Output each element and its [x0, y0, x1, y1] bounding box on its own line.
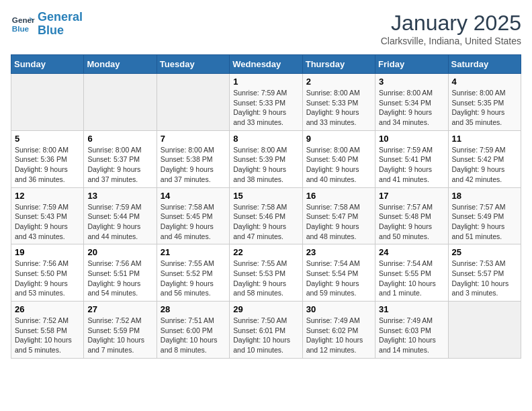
day-info: Sunrise: 7:59 AMSunset: 5:41 PMDaylight:…: [379, 145, 444, 185]
day-info: Sunrise: 7:51 AMSunset: 6:00 PMDaylight:…: [161, 316, 226, 355]
day-info: Sunrise: 7:54 AMSunset: 5:55 PMDaylight:…: [379, 259, 444, 298]
day-number: 3: [379, 77, 444, 87]
day-number: 2: [306, 77, 371, 87]
weekday-header-saturday: Saturday: [448, 55, 521, 74]
day-number: 20: [87, 247, 152, 257]
day-number: 27: [87, 304, 152, 314]
day-number: 22: [233, 247, 298, 257]
day-info: Sunrise: 8:00 AMSunset: 5:39 PMDaylight:…: [233, 145, 298, 185]
calendar-cell: 25Sunrise: 7:53 AMSunset: 5:57 PMDayligh…: [448, 244, 521, 302]
calendar-table: SundayMondayTuesdayWednesdayThursdayFrid…: [11, 54, 521, 359]
day-number: 28: [161, 304, 226, 314]
calendar-week-row: 1Sunrise: 7:59 AMSunset: 5:33 PMDaylight…: [11, 74, 521, 131]
day-number: 25: [452, 247, 517, 257]
weekday-header-wednesday: Wednesday: [230, 55, 302, 74]
day-info: Sunrise: 7:49 AMSunset: 6:03 PMDaylight:…: [379, 316, 444, 355]
day-number: 19: [15, 247, 80, 257]
day-info: Sunrise: 7:59 AMSunset: 5:43 PMDaylight:…: [15, 202, 80, 242]
day-number: 12: [15, 191, 80, 201]
day-info: Sunrise: 7:56 AMSunset: 5:51 PMDaylight:…: [87, 259, 152, 298]
calendar-cell: 20Sunrise: 7:56 AMSunset: 5:51 PMDayligh…: [84, 244, 157, 302]
weekday-header-friday: Friday: [375, 55, 448, 74]
calendar-week-row: 19Sunrise: 7:56 AMSunset: 5:50 PMDayligh…: [11, 244, 521, 302]
calendar-cell: 28Sunrise: 7:51 AMSunset: 6:00 PMDayligh…: [157, 302, 229, 359]
calendar-cell: 19Sunrise: 7:56 AMSunset: 5:50 PMDayligh…: [11, 244, 84, 302]
day-number: 31: [379, 304, 444, 314]
day-number: 15: [233, 191, 298, 201]
calendar-cell: 4Sunrise: 8:00 AMSunset: 5:35 PMDaylight…: [448, 74, 521, 131]
calendar-header: SundayMondayTuesdayWednesdayThursdayFrid…: [11, 55, 521, 74]
day-number: 5: [15, 134, 80, 144]
logo-icon: General Blue: [11, 12, 35, 36]
calendar-cell: 11Sunrise: 7:59 AMSunset: 5:42 PMDayligh…: [448, 130, 521, 187]
calendar-cell: 12Sunrise: 7:59 AMSunset: 5:43 PMDayligh…: [11, 187, 84, 244]
day-info: Sunrise: 8:00 AMSunset: 5:36 PMDaylight:…: [15, 145, 80, 185]
day-info: Sunrise: 7:59 AMSunset: 5:33 PMDaylight:…: [233, 88, 298, 128]
day-info: Sunrise: 7:54 AMSunset: 5:54 PMDaylight:…: [306, 259, 371, 298]
svg-text:General: General: [12, 15, 35, 24]
calendar-cell: 1Sunrise: 7:59 AMSunset: 5:33 PMDaylight…: [230, 74, 302, 131]
calendar-week-row: 5Sunrise: 8:00 AMSunset: 5:36 PMDaylight…: [11, 130, 521, 187]
calendar-cell: 13Sunrise: 7:59 AMSunset: 5:44 PMDayligh…: [84, 187, 157, 244]
day-info: Sunrise: 7:57 AMSunset: 5:48 PMDaylight:…: [379, 202, 444, 242]
day-number: 8: [233, 134, 298, 144]
calendar-cell: 15Sunrise: 7:58 AMSunset: 5:46 PMDayligh…: [230, 187, 302, 244]
day-info: Sunrise: 7:58 AMSunset: 5:47 PMDaylight:…: [306, 202, 371, 242]
day-number: 16: [306, 191, 371, 201]
calendar-cell: [448, 302, 521, 359]
page-header: General Blue General Blue January 2025 C…: [11, 11, 521, 46]
calendar-cell: 31Sunrise: 7:49 AMSunset: 6:03 PMDayligh…: [375, 302, 448, 359]
day-number: 6: [87, 134, 152, 144]
weekday-header-monday: Monday: [84, 55, 157, 74]
day-info: Sunrise: 7:49 AMSunset: 6:02 PMDaylight:…: [306, 316, 371, 355]
calendar-week-row: 12Sunrise: 7:59 AMSunset: 5:43 PMDayligh…: [11, 187, 521, 244]
logo: General Blue General Blue: [11, 11, 83, 38]
logo-line2: Blue: [38, 24, 64, 37]
calendar-week-row: 26Sunrise: 7:52 AMSunset: 5:58 PMDayligh…: [11, 302, 521, 359]
calendar-cell: 14Sunrise: 7:58 AMSunset: 5:45 PMDayligh…: [157, 187, 229, 244]
calendar-title-block: January 2025 Clarksville, Indiana, Unite…: [381, 11, 521, 46]
svg-text:Blue: Blue: [12, 24, 30, 33]
day-info: Sunrise: 7:56 AMSunset: 5:50 PMDaylight:…: [15, 259, 80, 298]
day-number: 13: [87, 191, 152, 201]
weekday-header-sunday: Sunday: [11, 55, 84, 74]
calendar-cell: 30Sunrise: 7:49 AMSunset: 6:02 PMDayligh…: [302, 302, 375, 359]
day-number: 10: [379, 134, 444, 144]
day-info: Sunrise: 7:50 AMSunset: 6:01 PMDaylight:…: [233, 316, 298, 355]
day-number: 4: [452, 77, 517, 87]
calendar-cell: 26Sunrise: 7:52 AMSunset: 5:58 PMDayligh…: [11, 302, 84, 359]
day-number: 23: [306, 247, 371, 257]
day-number: 11: [452, 134, 517, 144]
day-info: Sunrise: 7:59 AMSunset: 5:42 PMDaylight:…: [452, 145, 517, 185]
day-number: 17: [379, 191, 444, 201]
calendar-cell: 5Sunrise: 8:00 AMSunset: 5:36 PMDaylight…: [11, 130, 84, 187]
calendar-cell: 22Sunrise: 7:55 AMSunset: 5:53 PMDayligh…: [230, 244, 302, 302]
day-number: 24: [379, 247, 444, 257]
day-info: Sunrise: 7:57 AMSunset: 5:49 PMDaylight:…: [452, 202, 517, 242]
calendar-cell: 23Sunrise: 7:54 AMSunset: 5:54 PMDayligh…: [302, 244, 375, 302]
day-info: Sunrise: 8:00 AMSunset: 5:34 PMDaylight:…: [379, 88, 444, 128]
calendar-cell: 2Sunrise: 8:00 AMSunset: 5:33 PMDaylight…: [302, 74, 375, 131]
day-info: Sunrise: 7:58 AMSunset: 5:45 PMDaylight:…: [161, 202, 226, 242]
calendar-cell: 17Sunrise: 7:57 AMSunset: 5:48 PMDayligh…: [375, 187, 448, 244]
day-info: Sunrise: 8:00 AMSunset: 5:37 PMDaylight:…: [87, 145, 152, 185]
calendar-title: January 2025: [381, 11, 521, 36]
day-number: 30: [306, 304, 371, 314]
day-info: Sunrise: 7:52 AMSunset: 5:58 PMDaylight:…: [15, 316, 80, 355]
logo-line1: General: [38, 10, 83, 24]
calendar-cell: 21Sunrise: 7:55 AMSunset: 5:52 PMDayligh…: [157, 244, 229, 302]
calendar-cell: [11, 74, 84, 131]
day-info: Sunrise: 7:55 AMSunset: 5:52 PMDaylight:…: [161, 259, 226, 298]
calendar-subtitle: Clarksville, Indiana, United States: [381, 36, 521, 46]
calendar-body: 1Sunrise: 7:59 AMSunset: 5:33 PMDaylight…: [11, 74, 521, 359]
weekday-header-tuesday: Tuesday: [157, 55, 229, 74]
weekday-header-thursday: Thursday: [302, 55, 375, 74]
day-number: 9: [306, 134, 371, 144]
day-info: Sunrise: 7:52 AMSunset: 5:59 PMDaylight:…: [87, 316, 152, 355]
calendar-cell: [157, 74, 229, 131]
calendar-cell: 3Sunrise: 8:00 AMSunset: 5:34 PMDaylight…: [375, 74, 448, 131]
day-number: 1: [233, 77, 298, 87]
day-info: Sunrise: 7:59 AMSunset: 5:44 PMDaylight:…: [87, 202, 152, 242]
day-info: Sunrise: 7:53 AMSunset: 5:57 PMDaylight:…: [452, 259, 517, 298]
calendar-cell: 10Sunrise: 7:59 AMSunset: 5:41 PMDayligh…: [375, 130, 448, 187]
